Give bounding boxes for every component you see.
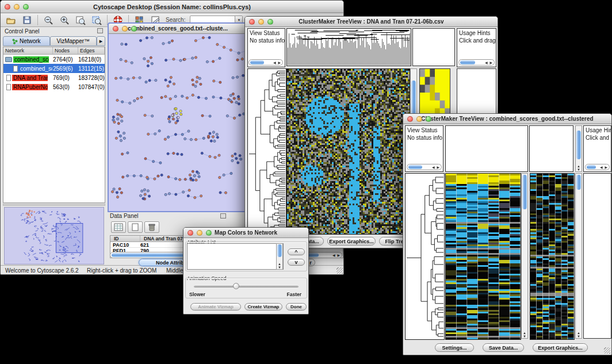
panel-float-icon[interactable] — [220, 213, 226, 219]
close-icon[interactable] — [188, 230, 193, 236]
tv2-array-dendrogram-empty[interactable] — [445, 125, 528, 172]
col-network[interactable]: Network — [3, 47, 53, 54]
animation-speed-slider-thumb[interactable] — [233, 283, 239, 289]
network-row[interactable]: DNA and Tran 07 769(0) 183728(0) — [3, 73, 105, 82]
minimize-icon[interactable] — [14, 4, 20, 10]
network-row[interactable]: combined_scores 2764(0) 16218(0) — [3, 55, 105, 64]
zoom-window-icon[interactable] — [23, 4, 29, 10]
tv2-labels-vscrollbar[interactable]: ▲▼ — [575, 125, 582, 172]
zoom-out-icon[interactable] — [43, 14, 54, 26]
close-icon[interactable] — [249, 19, 255, 25]
slower-label: Slower — [189, 292, 205, 297]
window-resize-grip[interactable] — [604, 347, 610, 354]
tv2-heatmap[interactable] — [445, 173, 521, 340]
network-view-canvas[interactable] — [109, 34, 247, 211]
zoom-window-icon[interactable] — [131, 26, 137, 32]
zoom-fit-icon[interactable] — [75, 14, 86, 26]
zoom-selected-icon[interactable] — [91, 14, 102, 26]
tv2-view-status-title: View Status — [406, 126, 443, 133]
tab-vizmapper[interactable]: VizMapper™ — [50, 36, 97, 46]
animate-vizmap-button[interactable]: Animate Vizmap — [190, 303, 241, 311]
tv1-array-dendrogram[interactable] — [286, 28, 411, 66]
tv1-correlation-matrix[interactable] — [420, 69, 450, 116]
open-session-icon[interactable] — [5, 14, 17, 26]
tv2-settings-button[interactable]: Settings... — [435, 343, 474, 352]
tv2-gene-dendrogram[interactable] — [405, 173, 445, 340]
network-name: combined_sco — [19, 66, 52, 72]
zoom-window-icon[interactable] — [267, 19, 273, 25]
col-edges[interactable]: Edges — [78, 47, 105, 54]
select-attributes-icon[interactable] — [111, 221, 126, 233]
toolbar-separator — [37, 15, 38, 25]
network-overview-canvas[interactable] — [4, 207, 104, 265]
delete-attribute-icon[interactable] — [144, 221, 159, 233]
tv2-genes-vscrollbar[interactable]: ▲▼ — [575, 173, 582, 339]
tv1-heatmap[interactable] — [286, 68, 410, 235]
move-up-button[interactable]: ^ — [288, 248, 305, 255]
panel-float-icon[interactable] — [97, 28, 103, 33]
network-row[interactable]: RNAPuberNov2+ 563(0) 107847(0) — [3, 82, 105, 91]
zoom-window-icon[interactable] — [426, 116, 431, 122]
tv1-hints-scrollbar[interactable]: ◀ ▶ — [458, 59, 495, 66]
tv1-column-labels — [412, 28, 455, 66]
minimize-icon[interactable] — [122, 26, 128, 32]
window-controls[interactable] — [5, 4, 29, 10]
tv1-usage-hints-title: Usage Hints — [457, 29, 496, 36]
done-label: Done — [290, 304, 302, 309]
tab-network[interactable]: Network — [3, 36, 50, 46]
data-panel-title: Data Panel — [110, 213, 138, 219]
window-controls[interactable] — [249, 19, 273, 25]
tv1-export-graphics-button[interactable]: Export Graphics... — [327, 237, 376, 246]
tv2-gene-list — [583, 173, 611, 339]
tv1-gene-dendrogram[interactable] — [247, 68, 286, 235]
tv1-status-scrollbar[interactable]: ◀ ▶ — [248, 59, 283, 66]
move-down-button[interactable]: v — [288, 259, 305, 266]
window-resize-grip[interactable] — [336, 267, 343, 274]
window-controls[interactable] — [407, 116, 431, 122]
tv2-export-graphics-button[interactable]: Export Graphics... — [533, 343, 588, 352]
minimize-icon[interactable] — [197, 230, 202, 236]
save-session-icon[interactable] — [21, 14, 33, 26]
network-row[interactable]: combined_sco 2569(6) 13112(15) — [3, 64, 105, 73]
create-vizmap-label: Create Vizmap — [248, 304, 280, 309]
tv2-status-scrollbar[interactable]: ◀ ▶ — [407, 164, 442, 170]
close-icon[interactable] — [113, 26, 118, 32]
col-id[interactable]: ID — [110, 236, 140, 242]
control-panel-title: Control Panel — [2, 27, 106, 36]
zoom-in-icon[interactable] — [59, 14, 70, 26]
new-attribute-icon[interactable] — [128, 221, 143, 233]
status-middle-hint: Middle- — [166, 267, 185, 274]
tab-overflow-arrow-icon[interactable]: ▶ — [97, 36, 105, 46]
dialog-title: Map Colors to Network — [215, 229, 277, 236]
animation-speed-slider-track[interactable] — [194, 286, 299, 288]
network-file-icon — [6, 84, 11, 90]
tv2-column-labels — [529, 125, 573, 172]
tv2-hints-scrollbar[interactable]: ◀ ▶ — [585, 164, 610, 170]
tv2-heatmap-vscrollbar[interactable]: ▲▼ — [521, 173, 528, 339]
main-titlebar[interactable]: Cytoscape Desktop (Session Name: collins… — [1, 1, 343, 13]
tv2-save-data-button[interactable]: Save Data... — [483, 343, 524, 352]
done-button[interactable]: Done — [286, 303, 307, 311]
zoom-window-icon[interactable] — [206, 230, 212, 236]
attr-row-id: PAC10 — [110, 242, 140, 247]
network-list-header[interactable]: Network Nodes Edges — [3, 47, 105, 55]
create-vizmap-button[interactable]: Create Vizmap — [244, 303, 282, 311]
tv2-secondary-heatmap[interactable] — [530, 173, 575, 340]
treeview1-titlebar[interactable]: ClusterMaker TreeView : DNA and Tran 07-… — [245, 17, 498, 27]
dialog-titlebar[interactable]: Map Colors to Network — [183, 228, 308, 238]
network-view-titlebar[interactable]: combined_scores_good.txt--cluste... — [109, 24, 247, 34]
minimize-icon[interactable] — [258, 19, 264, 25]
treeview2-titlebar[interactable]: ClusterMaker TreeView : combined_scores_… — [403, 114, 611, 124]
tv2-usage-hints-title: Usage Hints — [584, 126, 611, 133]
close-icon[interactable] — [407, 116, 413, 122]
window-controls[interactable] — [113, 26, 137, 32]
faster-label: Faster — [286, 292, 301, 297]
attribute-list-vscrollbar[interactable]: ▲▼ — [276, 243, 283, 270]
minimize-icon[interactable] — [416, 116, 422, 122]
attribute-list — [187, 243, 284, 270]
network-tab-icon — [12, 39, 18, 44]
col-nodes[interactable]: Nodes — [53, 47, 78, 54]
close-icon[interactable] — [5, 4, 10, 10]
panel-splitter[interactable] — [3, 204, 105, 206]
window-controls[interactable] — [188, 230, 212, 236]
